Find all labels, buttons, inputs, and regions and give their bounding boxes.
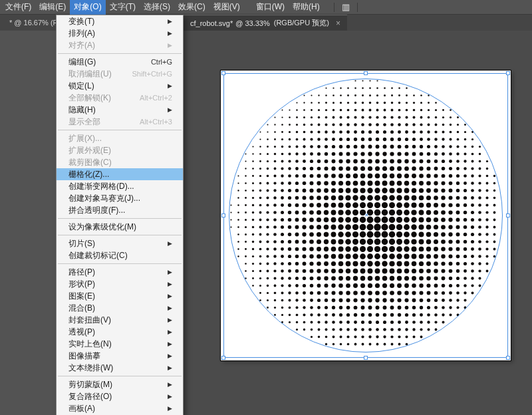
menu-item-label: 文本绕排(W) xyxy=(68,362,113,374)
menubar-divider xyxy=(357,3,358,12)
menu-item[interactable]: 锁定(L)▶ xyxy=(57,80,183,92)
menubar: 文件(F) 编辑(E) 对象(O) 文字(T) 选择(S) 效果(C) 视图(V… xyxy=(0,0,532,15)
submenu-arrow-icon: ▶ xyxy=(168,106,172,113)
menu-item[interactable]: 实时上色(N)▶ xyxy=(57,338,183,350)
close-icon[interactable]: × xyxy=(336,19,340,28)
doc-tab-active[interactable]: cf_robot.svg* @ 33.33% (RGB/GPU 预览) × xyxy=(184,15,347,31)
submenu-arrow-icon: ▶ xyxy=(168,352,172,359)
menu-item[interactable]: 复合路径(O)▶ xyxy=(57,390,183,402)
menu-item[interactable]: 图案(E)▶ xyxy=(57,290,183,302)
menu-item: 显示全部Alt+Ctrl+3 xyxy=(57,116,183,128)
menubar-help[interactable]: 帮助(H) xyxy=(289,0,324,15)
menu-item[interactable]: 路径(P)▶ xyxy=(57,266,183,278)
menubar-file[interactable]: 文件(F) xyxy=(1,0,35,15)
menu-item-label: 排列(A) xyxy=(68,28,95,39)
menu-item[interactable]: 剪切蒙版(M)▶ xyxy=(57,378,183,390)
submenu-arrow-icon: ▶ xyxy=(168,240,172,247)
menu-item[interactable]: 隐藏(H)▶ xyxy=(57,104,183,116)
menu-item: 对齐(A)▶ xyxy=(57,39,183,51)
menu-item[interactable]: 创建裁切标记(C) xyxy=(57,249,183,261)
menu-item[interactable]: 栅格化(Z)... xyxy=(57,168,183,180)
menu-item-shortcut: Ctrl+G xyxy=(151,58,172,66)
handle-nw[interactable] xyxy=(221,71,225,75)
doc-tabbar-right: cf_robot.svg* @ 33.33% (RGB/GPU 预览) × xyxy=(184,15,347,31)
menu-separator xyxy=(58,218,182,219)
menu-item-label: 封套扭曲(V) xyxy=(68,315,111,326)
submenu-arrow-icon: ▶ xyxy=(168,305,172,311)
menu-item-label: 设为像素级优化(M) xyxy=(68,221,136,233)
menu-item-label: 隐藏(H) xyxy=(68,104,96,116)
submenu-arrow-icon: ▶ xyxy=(168,42,172,49)
menubar-object[interactable]: 对象(O) xyxy=(70,0,105,15)
submenu-arrow-icon: ▶ xyxy=(168,269,172,275)
menu-item[interactable]: 设为像素级优化(M) xyxy=(57,221,183,233)
menu-item-label: 混合(B) xyxy=(68,303,95,314)
menu-item-label: 裁剪图像(C) xyxy=(68,157,112,168)
menu-item-label: 剪切蒙版(M) xyxy=(68,379,112,390)
menu-item-label: 形状(P) xyxy=(68,279,95,290)
menu-item[interactable]: 图像描摹▶ xyxy=(57,350,183,362)
menu-item-label: 图案(E) xyxy=(68,291,95,302)
menu-item-label: 变换(T) xyxy=(68,16,94,27)
menu-item-label: 创建裁切标记(C) xyxy=(68,250,128,261)
menu-item[interactable]: 切片(S)▶ xyxy=(57,237,183,249)
menu-item: 扩展外观(E) xyxy=(57,144,183,156)
menubar-edit[interactable]: 编辑(E) xyxy=(35,0,70,15)
menu-item-label: 显示全部 xyxy=(68,116,100,128)
submenu-arrow-icon: ▶ xyxy=(168,405,172,412)
menu-item[interactable]: 画板(A)▶ xyxy=(57,402,183,414)
submenu-arrow-icon: ▶ xyxy=(168,30,172,37)
doc-tab-mode: (RGB/GPU 预览) xyxy=(274,18,329,28)
menubar-type[interactable]: 文字(T) xyxy=(106,0,140,15)
menubar-window[interactable]: 窗口(W) xyxy=(252,0,289,15)
menubar-view[interactable]: 视图(V) xyxy=(209,0,244,15)
menu-separator xyxy=(58,130,182,130)
menu-item[interactable]: 创建对象马赛克(J)... xyxy=(57,192,183,204)
submenu-arrow-icon: ▶ xyxy=(168,364,172,371)
menu-item[interactable]: 创建渐变网格(D)... xyxy=(57,180,183,192)
menu-item[interactable]: 封套扭曲(V)▶ xyxy=(57,314,183,326)
handle-n[interactable] xyxy=(364,71,368,75)
submenu-arrow-icon: ▶ xyxy=(168,317,172,323)
menu-item[interactable]: 透视(P)▶ xyxy=(57,326,183,338)
handle-s[interactable] xyxy=(364,356,368,360)
menu-item[interactable]: 变换(T)▶ xyxy=(57,15,183,27)
menu-item-label: 全部解锁(K) xyxy=(68,92,111,104)
handle-w[interactable] xyxy=(221,213,225,217)
menu-item[interactable]: 编组(G)Ctrl+G xyxy=(57,56,183,68)
menu-separator xyxy=(58,263,182,264)
menu-item-label: 创建对象马赛克(J)... xyxy=(68,193,140,204)
menu-item[interactable]: 拼合透明度(F)... xyxy=(57,204,183,216)
doc-tab-zoom: @ 33.33% xyxy=(235,19,270,27)
menu-item-shortcut: Alt+Ctrl+2 xyxy=(140,94,172,102)
menu-item[interactable]: 文本绕排(W)▶ xyxy=(57,362,183,374)
handle-se[interactable] xyxy=(506,356,510,360)
menubar-effect[interactable]: 效果(C) xyxy=(174,0,209,15)
submenu-arrow-icon: ▶ xyxy=(168,82,172,89)
menu-item-shortcut: Alt+Ctrl+3 xyxy=(140,118,172,126)
menu-item[interactable]: 形状(P)▶ xyxy=(57,278,183,290)
menu-item-label: 拼合透明度(F)... xyxy=(68,205,125,216)
handle-e[interactable] xyxy=(506,213,510,217)
menu-item-label: 扩展外观(E) xyxy=(68,145,111,156)
menu-item: 裁剪图像(C) xyxy=(57,156,183,168)
menu-item-label: 切片(S) xyxy=(68,238,95,249)
doc-tab-1[interactable]: * @ 16.67% (R xyxy=(5,15,63,31)
menu-item: 全部解锁(K)Alt+Ctrl+2 xyxy=(57,92,183,104)
submenu-arrow-icon: ▶ xyxy=(168,393,172,400)
canvas-area[interactable]: ✕ xyxy=(184,31,532,415)
menu-item[interactable]: 排列(A)▶ xyxy=(57,27,183,39)
handle-ne[interactable] xyxy=(506,71,510,75)
menu-separator xyxy=(58,376,182,376)
menu-item: 扩展(X)... xyxy=(57,132,183,144)
object-menu-dropdown: 变换(T)▶排列(A)▶对齐(A)▶编组(G)Ctrl+G取消编组(U)Shif… xyxy=(56,15,184,415)
menu-separator xyxy=(58,235,182,235)
menubar-select[interactable]: 选择(S) xyxy=(140,0,174,15)
menu-item[interactable]: 混合(B)▶ xyxy=(57,302,183,314)
submenu-arrow-icon: ▶ xyxy=(168,293,172,299)
menubar-divider xyxy=(334,3,334,12)
handle-sw[interactable] xyxy=(221,356,225,360)
submenu-arrow-icon: ▶ xyxy=(168,341,172,347)
panel-arrange-icon[interactable]: ▥ xyxy=(336,0,355,14)
selection-bounding-box[interactable]: ✕ xyxy=(223,73,508,358)
